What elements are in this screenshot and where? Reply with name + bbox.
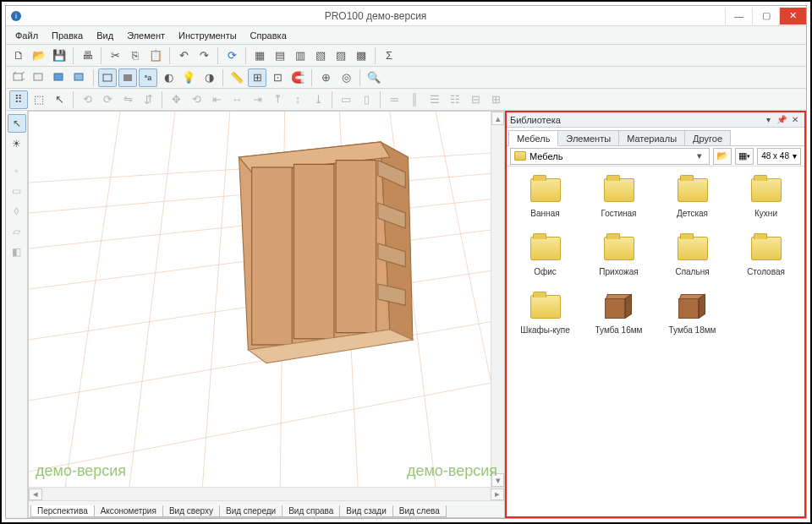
tool-a-icon[interactable]: ▫: [8, 161, 26, 180]
menu-file[interactable]: Файл: [9, 29, 44, 42]
library-item[interactable]: Офис: [510, 233, 580, 276]
menu-element[interactable]: Элемент: [121, 29, 171, 42]
rotate3d-icon[interactable]: ⟲: [187, 90, 206, 109]
align-cy-icon[interactable]: ↕: [288, 90, 307, 109]
flip-v-icon[interactable]: ⇵: [139, 90, 157, 109]
menu-edit[interactable]: Правка: [46, 29, 89, 42]
library-tab-materials[interactable]: Материалы: [618, 130, 685, 145]
library-tab-other[interactable]: Другое: [684, 130, 731, 145]
minimize-button[interactable]: —: [725, 8, 752, 25]
scroll-up-icon[interactable]: ▴: [491, 112, 504, 125]
viewport-scrollbar-vertical[interactable]: ▴ ▾: [491, 112, 504, 487]
arrange2-icon[interactable]: ☷: [446, 90, 464, 109]
tab-right[interactable]: Вид справа: [282, 505, 340, 517]
textured-icon[interactable]: [70, 68, 89, 87]
view-mode-button[interactable]: ▦▾: [735, 148, 754, 165]
pointer-icon[interactable]: ↖: [8, 114, 26, 133]
align-cx-icon[interactable]: ↔: [228, 90, 246, 109]
library-item[interactable]: Прихожая: [584, 233, 654, 276]
flat-shade-icon[interactable]: [50, 68, 69, 87]
maximize-button[interactable]: ▢: [752, 8, 779, 25]
select-tool-icon[interactable]: ⬚: [30, 90, 48, 109]
scroll-left-icon[interactable]: ◂: [29, 489, 42, 500]
refresh-icon[interactable]: ⟳: [222, 46, 241, 65]
menu-help[interactable]: Справка: [244, 29, 293, 42]
report5-icon[interactable]: ▨: [332, 46, 350, 65]
sigma-icon[interactable]: Σ: [380, 46, 398, 65]
library-item[interactable]: Детская: [657, 175, 727, 218]
report1-icon[interactable]: ▦: [250, 46, 269, 65]
panel-close-icon[interactable]: ✕: [789, 114, 801, 126]
flip-h-icon[interactable]: ⇋: [118, 90, 137, 109]
wireframe-box-icon[interactable]: [98, 68, 117, 87]
close-button[interactable]: ✕: [779, 8, 806, 25]
scroll-right-icon[interactable]: ▸: [491, 489, 504, 500]
library-tab-furniture[interactable]: Мебель: [508, 130, 558, 146]
rotate-left-icon[interactable]: ⟲: [78, 90, 96, 109]
library-path-selector[interactable]: Мебель ▾: [510, 148, 710, 165]
arrange4-icon[interactable]: ⊞: [486, 90, 505, 109]
move-icon[interactable]: ✥: [167, 90, 185, 109]
wireframe-icon[interactable]: [9, 68, 28, 87]
chevron-down-icon[interactable]: ▾: [694, 150, 705, 161]
tab-top[interactable]: Вид сверху: [162, 505, 220, 517]
camera-icon[interactable]: ☀: [8, 134, 26, 153]
center-icon[interactable]: ⊕: [316, 68, 335, 87]
library-item[interactable]: Шкафы-купе: [510, 292, 580, 335]
library-item[interactable]: Кухни: [731, 175, 801, 218]
tab-left[interactable]: Вид слева: [392, 505, 447, 517]
tab-front[interactable]: Вид спереди: [219, 505, 283, 517]
align-left-icon[interactable]: ⇤: [207, 90, 226, 109]
tab-axonometry[interactable]: Аксонометрия: [94, 505, 163, 517]
shade-icon[interactable]: ◑: [200, 68, 218, 87]
new-icon[interactable]: 🗋: [9, 46, 28, 65]
magnet-icon[interactable]: 🧲: [288, 68, 307, 87]
ruler-icon[interactable]: 📏: [228, 68, 246, 87]
library-tab-elements[interactable]: Элементы: [557, 130, 619, 145]
texture-icon[interactable]: ◐: [159, 68, 178, 87]
tool-d-icon[interactable]: ▱: [8, 222, 26, 241]
library-item[interactable]: Спальня: [657, 233, 727, 276]
report4-icon[interactable]: ▧: [311, 46, 330, 65]
align-bottom-icon[interactable]: ⤓: [309, 90, 327, 109]
distribute-v-icon[interactable]: ║: [405, 90, 424, 109]
solid-box-icon[interactable]: [118, 68, 137, 87]
group-icon[interactable]: ▭: [337, 90, 355, 109]
library-item[interactable]: Столовая: [731, 233, 801, 276]
snap-icon[interactable]: ⊡: [268, 68, 287, 87]
viewport-scrollbar-horizontal[interactable]: ◂ ▸: [29, 487, 504, 500]
library-item[interactable]: Тумба 16мм: [584, 292, 654, 335]
tool-e-icon[interactable]: ◧: [8, 243, 26, 261]
redo-icon[interactable]: ↷: [195, 46, 213, 65]
undo-icon[interactable]: ↶: [174, 46, 193, 65]
arrange3-icon[interactable]: ⊟: [466, 90, 485, 109]
tab-perspective[interactable]: Перспектива: [30, 505, 95, 517]
arrange1-icon[interactable]: ☰: [425, 90, 444, 109]
hidden-line-icon[interactable]: [30, 68, 48, 87]
library-item[interactable]: Тумба 18мм: [657, 292, 727, 335]
library-item[interactable]: Ванная: [510, 175, 580, 218]
print-icon[interactable]: 🖶: [78, 46, 96, 65]
3d-viewport[interactable]: ▴ ▾ демо-версия демо-версия: [29, 112, 504, 487]
tool-c-icon[interactable]: ◊: [8, 202, 26, 221]
cut-icon[interactable]: ✂: [106, 46, 124, 65]
grid-icon[interactable]: ⊞: [248, 68, 266, 87]
report6-icon[interactable]: ▩: [352, 46, 370, 65]
menu-tools[interactable]: Инструменты: [173, 29, 243, 42]
paste-icon[interactable]: 📋: [146, 46, 165, 65]
menu-view[interactable]: Вид: [91, 29, 119, 42]
open-icon[interactable]: 📂: [30, 46, 48, 65]
distribute-h-icon[interactable]: ═: [385, 90, 403, 109]
align-right-icon[interactable]: ⇥: [248, 90, 266, 109]
report2-icon[interactable]: ▤: [271, 46, 289, 65]
target-icon[interactable]: ◎: [337, 68, 355, 87]
light-icon[interactable]: 💡: [179, 68, 198, 87]
tool-b-icon[interactable]: ▭: [8, 182, 26, 200]
save-icon[interactable]: 💾: [50, 46, 69, 65]
report3-icon[interactable]: ▥: [291, 46, 310, 65]
rotate-right-icon[interactable]: ⟳: [98, 90, 117, 109]
panel-menu-icon[interactable]: ▾: [762, 114, 774, 126]
align-top-icon[interactable]: ⤒: [268, 90, 287, 109]
label-icon[interactable]: ªa: [139, 68, 157, 87]
zoom-icon[interactable]: 🔍: [365, 68, 383, 87]
